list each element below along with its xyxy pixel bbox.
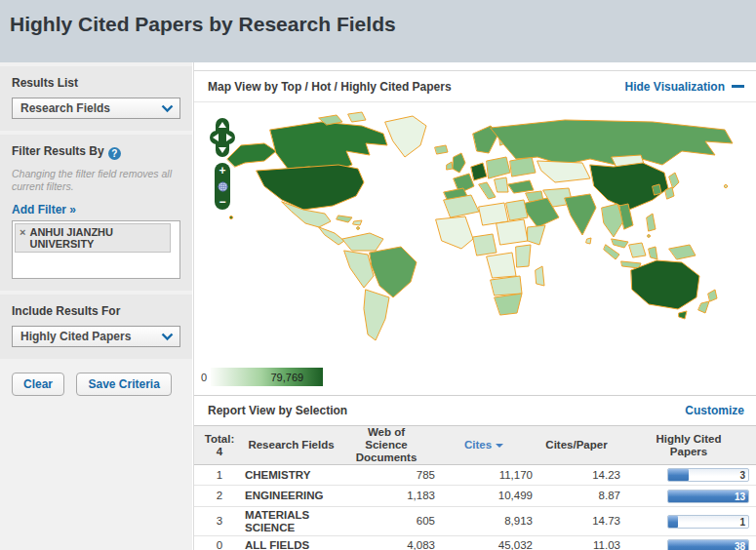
remove-filter-icon[interactable]: × bbox=[20, 226, 25, 250]
filter-chip[interactable]: × ANHUI JIANZHU UNIVERSITY bbox=[15, 223, 171, 253]
cites-value: 10,499 bbox=[435, 486, 533, 507]
include-results-selected-value: Highly Cited Papers bbox=[20, 330, 131, 343]
globe-icon[interactable] bbox=[218, 181, 228, 192]
include-results-section: Include Results For Highly Cited Papers bbox=[0, 295, 192, 359]
hcp-bar: 3 bbox=[667, 468, 749, 482]
col-header-highly-cited: Highly Cited Papers bbox=[620, 426, 756, 465]
row-rank: 1 bbox=[194, 465, 245, 486]
field-link: CHEMISTRY bbox=[245, 465, 338, 486]
add-filter-link[interactable]: Add Filter » bbox=[12, 203, 76, 216]
col-header-cites-per-paper: Cites/Paper bbox=[533, 426, 620, 465]
world-map[interactable]: + − bbox=[194, 102, 756, 366]
results-list-select[interactable]: Research Fields bbox=[12, 98, 180, 119]
table-row: 2 ENGINEERING 1,183 10,499 8.87 13 bbox=[194, 486, 756, 507]
col-header-wos-documents: Web of Science Documents bbox=[338, 426, 435, 465]
report-view-title: Report View by Selection bbox=[208, 404, 347, 417]
docs-value: 4,083 bbox=[338, 536, 435, 550]
map-view-header: Map View by Top / Hot / Highly Cited Pap… bbox=[194, 70, 756, 102]
docs-value: 785 bbox=[338, 465, 435, 486]
field-link: MATERIALS SCIENCE bbox=[245, 507, 338, 536]
hcp-bar-cell: 1 bbox=[620, 507, 756, 536]
page-header: Highly Cited Papers by Research Fields bbox=[0, 0, 756, 62]
hcp-bar-cell: 13 bbox=[620, 486, 756, 507]
col-header-research-fields: Research Fields bbox=[245, 426, 338, 465]
results-list-selected-value: Research Fields bbox=[20, 101, 110, 115]
minus-icon bbox=[732, 85, 744, 88]
cites-value: 8,913 bbox=[435, 507, 533, 536]
col-header-cites[interactable]: Cites bbox=[435, 426, 533, 465]
field-link: ENGINEERING bbox=[245, 486, 338, 507]
legend-max-value: 79,769 bbox=[270, 372, 303, 383]
map-pan-control[interactable] bbox=[210, 118, 235, 157]
results-list-section: Results List Research Fields bbox=[0, 66, 192, 131]
hcp-bar: 1 bbox=[667, 515, 749, 529]
hcp-bar-cell: 3 bbox=[620, 465, 756, 486]
hcp-value: 38 bbox=[735, 540, 745, 550]
legend-min-value: 0 bbox=[201, 372, 207, 383]
legend-gradient-bar: 79,769 bbox=[211, 368, 323, 386]
table-row: 1 CHEMISTRY 785 11,170 14.23 3 bbox=[194, 465, 756, 486]
pan-up-icon[interactable] bbox=[219, 122, 226, 128]
filter-note: Changing the filter field removes all cu… bbox=[12, 168, 180, 193]
hcp-bar: 38 bbox=[667, 539, 749, 550]
hcp-value: 3 bbox=[739, 469, 745, 481]
cites-per-paper-value: 11.03 bbox=[533, 536, 620, 550]
include-results-select[interactable]: Highly Cited Papers bbox=[12, 326, 180, 347]
filter-section: Filter Results By? Changing the filter f… bbox=[0, 135, 192, 291]
docs-value: 605 bbox=[338, 507, 435, 536]
cites-per-paper-value: 8.87 bbox=[533, 486, 620, 507]
row-rank: 3 bbox=[194, 507, 245, 536]
results-list-label: Results List bbox=[12, 76, 180, 90]
hcp-bar: 13 bbox=[667, 490, 749, 503]
sidebar: Results List Research Fields Filter Resu… bbox=[0, 62, 192, 550]
filter-listbox[interactable]: × ANHUI JIANZHU UNIVERSITY bbox=[12, 220, 180, 279]
filter-label: Filter Results By? bbox=[12, 144, 180, 160]
cites-per-paper-value: 14.23 bbox=[533, 465, 620, 486]
table-row: 3 MATERIALS SCIENCE 605 8,913 14.73 1 bbox=[194, 507, 756, 536]
hcp-bar-cell: 38 bbox=[620, 536, 756, 550]
pan-left-icon[interactable] bbox=[213, 134, 219, 141]
include-results-label: Include Results For bbox=[12, 304, 180, 318]
hide-visualization-link[interactable]: Hide Visualization bbox=[625, 80, 744, 94]
pan-right-icon[interactable] bbox=[226, 134, 232, 141]
customize-link[interactable]: Customize bbox=[685, 404, 744, 417]
col-header-total: Total: 4 bbox=[194, 426, 245, 465]
table-row: 0 ALL FIELDS 4,083 45,032 11.03 38 bbox=[194, 536, 756, 550]
choropleth-map-svg bbox=[194, 102, 756, 366]
map-zoom-control[interactable]: + − bbox=[215, 163, 230, 210]
hcp-bar-fill bbox=[668, 469, 689, 481]
field-link: ALL FIELDS bbox=[245, 536, 338, 550]
chevron-down-icon bbox=[161, 104, 174, 113]
hcp-bar-fill bbox=[668, 516, 678, 528]
zoom-in-button[interactable]: + bbox=[219, 166, 225, 176]
report-table: Total: 4 Research Fields Web of Science … bbox=[194, 425, 756, 550]
docs-value: 1,183 bbox=[338, 486, 435, 507]
report-view-header: Report View by Selection Customize bbox=[194, 395, 756, 425]
map-legend: 0 79,769 bbox=[201, 368, 323, 386]
save-criteria-button[interactable]: Save Criteria bbox=[76, 373, 171, 396]
clear-button[interactable]: Clear bbox=[12, 373, 64, 396]
cites-value: 11,170 bbox=[435, 465, 533, 486]
help-icon[interactable]: ? bbox=[108, 147, 121, 160]
hcp-value: 1 bbox=[739, 516, 745, 528]
cites-per-paper-value: 14.73 bbox=[533, 507, 620, 536]
sort-desc-icon bbox=[496, 444, 503, 448]
total-count: 4 bbox=[194, 446, 245, 458]
zoom-out-button[interactable]: − bbox=[219, 197, 225, 207]
row-rank: 0 bbox=[194, 536, 245, 550]
filter-chip-label: ANHUI JIANZHU UNIVERSITY bbox=[29, 226, 144, 250]
map-view-title: Map View by Top / Hot / Highly Cited Pap… bbox=[208, 80, 452, 94]
pan-down-icon[interactable] bbox=[219, 147, 226, 153]
sidebar-buttons: Clear Save Criteria bbox=[0, 359, 192, 410]
table-header-row: Total: 4 Research Fields Web of Science … bbox=[194, 426, 756, 465]
page: Highly Cited Papers by Research Fields R… bbox=[0, 0, 756, 550]
chevron-down-icon bbox=[161, 333, 174, 341]
row-rank: 2 bbox=[194, 486, 245, 507]
page-title: Highly Cited Papers by Research Fields bbox=[0, 0, 756, 36]
hcp-value: 13 bbox=[735, 491, 745, 502]
cites-value: 45,032 bbox=[435, 536, 533, 550]
main-panel: Map View by Top / Hot / Highly Cited Pap… bbox=[193, 62, 756, 550]
